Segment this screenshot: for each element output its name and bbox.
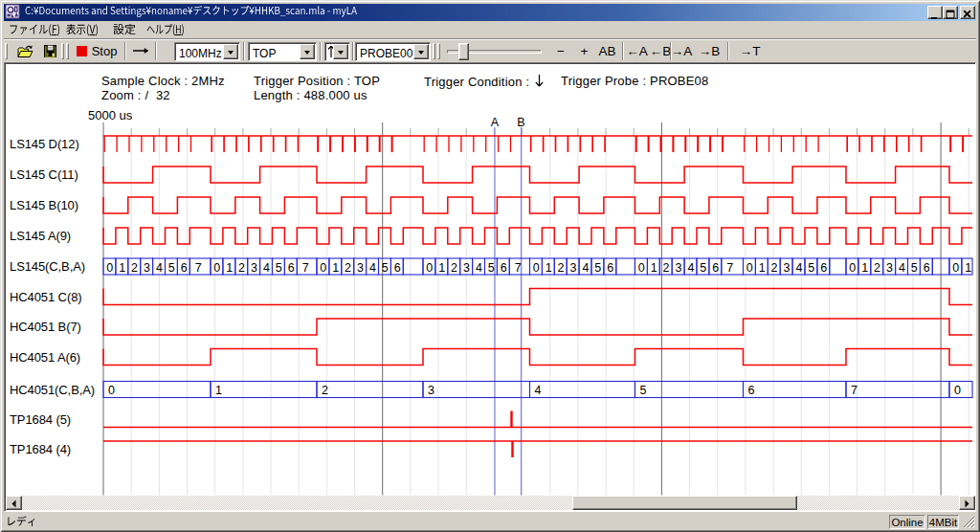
zoom-in-button[interactable]: + <box>577 42 592 60</box>
minimize-button[interactable] <box>927 6 943 19</box>
svg-text:6: 6 <box>712 261 719 275</box>
svg-text:2: 2 <box>238 261 245 275</box>
goto-cursor-a-button[interactable]: ←A <box>628 42 647 60</box>
toolbar-separator <box>727 42 729 60</box>
svg-text:7: 7 <box>515 261 522 275</box>
open-file-button[interactable] <box>13 42 36 60</box>
svg-text:0: 0 <box>746 261 753 275</box>
svg-text:2: 2 <box>771 261 778 275</box>
dropdown-arrow-icon[interactable] <box>300 44 315 59</box>
waveform-plot[interactable]: AB01234567012345670123456012345670123456… <box>6 64 975 496</box>
svg-text:1: 1 <box>861 261 868 275</box>
waveform-row-ls145-c-11- <box>103 166 972 183</box>
dropdown-arrow-icon[interactable] <box>223 44 238 59</box>
toolbar: Stop 100MHz TOP PROBE00 <box>4 38 976 62</box>
set-cursor-b-button[interactable]: →B <box>700 42 719 60</box>
svg-text:4: 4 <box>156 261 163 275</box>
maximize-button[interactable] <box>943 6 958 19</box>
zoom-out-button[interactable]: − <box>553 42 568 60</box>
dropdown-arrow-icon[interactable] <box>413 44 429 59</box>
menu-help[interactable] <box>146 24 187 38</box>
svg-text:0: 0 <box>320 261 326 275</box>
svg-text:1: 1 <box>332 261 339 275</box>
status-bar: Online 4MBit <box>4 514 976 530</box>
goto-cursor-b-button[interactable]: ←B <box>651 42 670 60</box>
svg-text:2: 2 <box>322 384 328 397</box>
toolbar-separator <box>243 42 245 60</box>
waveform-row-tp1684-4- <box>103 441 972 457</box>
svg-text:6: 6 <box>748 384 755 397</box>
sample-clock-value: 100MHz <box>179 47 222 60</box>
svg-text:0: 0 <box>108 384 115 397</box>
resize-grip[interactable] <box>963 516 975 528</box>
run-button[interactable] <box>129 41 152 60</box>
svg-text:3: 3 <box>251 261 257 275</box>
status-online-panel: Online <box>889 515 925 529</box>
goto-trigger-button[interactable]: →T <box>740 42 761 60</box>
svg-text:5: 5 <box>168 261 175 275</box>
svg-text:2: 2 <box>874 261 880 275</box>
menu-settings[interactable] <box>113 24 138 38</box>
svg-text:1: 1 <box>651 261 657 275</box>
svg-text:3: 3 <box>676 261 682 275</box>
svg-text:1: 1 <box>215 384 222 397</box>
svg-text:5: 5 <box>382 261 389 275</box>
svg-text:1: 1 <box>226 261 233 275</box>
app-icon[interactable] <box>5 4 20 19</box>
save-file-button[interactable] <box>38 42 61 60</box>
toolbar-gripper[interactable] <box>5 43 8 59</box>
sample-clock-combo[interactable]: 100MHz <box>174 42 240 61</box>
svg-text:4: 4 <box>795 261 802 275</box>
trigger-position-combo[interactable]: TOP <box>248 42 317 61</box>
title-bar[interactable] <box>4 4 976 21</box>
waveform-row-hc4051-b-7- <box>103 319 972 335</box>
stop-label: Stop <box>92 44 118 58</box>
svg-text:1: 1 <box>759 261 766 275</box>
open-folder-icon <box>17 44 33 58</box>
stop-button[interactable]: Stop <box>71 42 122 60</box>
svg-text:1: 1 <box>438 261 445 275</box>
svg-text:3: 3 <box>570 261 577 275</box>
dropdown-arrow-icon[interactable] <box>333 44 348 59</box>
svg-text:4: 4 <box>535 384 542 397</box>
svg-text:5: 5 <box>276 261 282 275</box>
toolbar-gripper[interactable] <box>66 43 69 59</box>
svg-text:5: 5 <box>911 261 918 275</box>
toolbar-separator <box>622 42 624 60</box>
waveform-row-hc4051-c-8- <box>103 289 972 305</box>
svg-text:B: B <box>517 116 524 129</box>
svg-text:0: 0 <box>849 261 856 275</box>
svg-text:3: 3 <box>784 261 791 275</box>
svg-text:5: 5 <box>594 261 601 275</box>
zoom-slider-thumb[interactable] <box>458 43 469 60</box>
waveform-row-ls145-a-9- <box>103 228 972 244</box>
horizontal-scrollbar[interactable] <box>6 496 975 510</box>
waveform-client-area: Sample Clock : 2MHz Trigger Position : T… <box>4 62 976 512</box>
save-floppy-icon <box>43 44 57 58</box>
left-triangle-icon <box>11 499 17 508</box>
set-cursor-a-button[interactable]: →A <box>672 42 691 60</box>
status-memory-panel: 4MBit <box>927 515 959 529</box>
svg-text:6: 6 <box>288 261 295 275</box>
svg-text:0: 0 <box>426 261 433 275</box>
toolbar-separator <box>320 42 322 60</box>
trigger-edge-combo[interactable] <box>324 42 350 61</box>
scrollbar-thumb[interactable] <box>572 496 797 510</box>
toolbar-gripper[interactable] <box>61 43 64 59</box>
trigger-probe-combo[interactable]: PROBE00 <box>355 42 431 61</box>
toolbar-separator <box>155 42 157 60</box>
scroll-left-button[interactable] <box>6 496 22 510</box>
svg-text:7: 7 <box>726 261 733 275</box>
waveform-row-ls145-d-12- <box>103 136 972 152</box>
close-button[interactable] <box>960 6 975 19</box>
waveform-row-hc4051-c-b-a-: 012345670 <box>103 382 972 398</box>
ab-button[interactable]: AB <box>598 42 617 60</box>
menu-file[interactable] <box>9 24 62 38</box>
svg-text:5: 5 <box>640 384 647 397</box>
svg-text:1: 1 <box>546 261 552 275</box>
stop-square-icon <box>77 46 87 56</box>
scroll-right-button[interactable] <box>959 496 975 510</box>
toolbar-gripper[interactable] <box>437 43 440 59</box>
toolbar-gripper[interactable] <box>433 43 435 59</box>
menu-view[interactable] <box>66 24 100 38</box>
